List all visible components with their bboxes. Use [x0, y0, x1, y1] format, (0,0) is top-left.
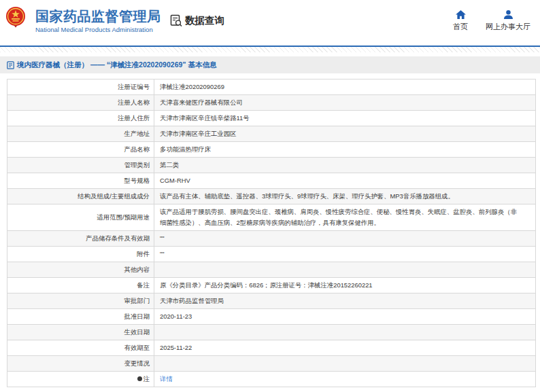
row-label: 管理类别 [7, 158, 154, 173]
row-value: 天津喜来健医疗器械有限公司 [154, 95, 536, 111]
row-label: 批准日期 [7, 309, 154, 325]
row-label: 审批部门 [7, 293, 154, 309]
row-value [154, 262, 536, 278]
row-label: 产品名称 [7, 142, 154, 158]
row-value [154, 325, 536, 340]
row-label: 备注 [7, 278, 154, 293]
info-table-wrap: 注册证编号 津械注准20202090269 注册人名称 天津喜来健医疗器械有限公… [0, 73, 540, 387]
table-row: 有效期至 2025-11-22 [7, 340, 536, 356]
table-row: 批准日期 2020-11-23 [7, 309, 536, 325]
row-value: 该产品有主体、辅助底垫、遥控器、3球理疗头、9球理疗头、床架、理疗头护套、MP3… [154, 189, 536, 204]
table-row: 变更情况 [7, 356, 536, 372]
info-table: 注册证编号 津械注准20202090269 注册人名称 天津喜来健医疗器械有限公… [7, 79, 536, 387]
detail-link[interactable]: 详情 [160, 375, 173, 382]
row-value [154, 356, 536, 372]
person-icon [503, 10, 513, 19]
row-value: 2020-11-23 [154, 309, 536, 325]
row-label: 有效期至 [7, 340, 154, 356]
row-value: 天津市津南区辛庄工业园区 [154, 126, 536, 142]
data-query-label: 数据查询 [185, 14, 224, 27]
table-row: 审批部门 天津市药品监督管理局 [7, 293, 536, 309]
row-label: 型号规格 [7, 173, 154, 189]
row-label: 产品储存条件及有效期 [7, 231, 154, 247]
row-label: 适用范围/预期用途 [7, 204, 154, 231]
row-label: 注 [7, 372, 154, 387]
bulb-icon [137, 376, 142, 381]
row-value: 多功能温热理疗床 [154, 142, 536, 158]
table-row: 附件 "" [7, 247, 536, 262]
row-label: 其他内容 [7, 262, 154, 278]
table-row: 生效日期 [7, 325, 536, 340]
table-row: 产品储存条件及有效期 "" [7, 231, 536, 247]
nav-home-label: 首页 [453, 22, 468, 32]
breadcrumb-text: 境内医疗器械（注册） —— “津械注准20202090269” 基本信息 [17, 60, 217, 70]
national-emblem-icon [5, 5, 26, 29]
table-row: 注册人住所 天津市津南区辛庄镇辛柴路11号 [7, 111, 536, 126]
row-value: 详情 [154, 372, 536, 387]
top-nav: 首页 网上办事大厅 [453, 10, 530, 32]
row-label: 变更情况 [7, 356, 154, 372]
row-value: 该产品适用于腰肌劳损、腰间盘突出症、颈椎病、肩周炎、慢性疲劳综合症、便秘、慢性胃… [154, 204, 536, 231]
row-label: 生产地址 [7, 126, 154, 142]
document-icon [7, 61, 14, 69]
hatch-band [0, 47, 540, 52]
site-title-cn: 国家药品监督管理局 [35, 9, 161, 24]
row-value: 津械注准20202090269 [154, 79, 536, 95]
page-header: 国家药品监督管理局 National Medical Products Admi… [0, 0, 540, 46]
row-label: 注册人住所 [7, 111, 154, 126]
row-value: "" [154, 231, 536, 247]
nav-online-hall[interactable]: 网上办事大厅 [486, 10, 530, 32]
table-row: 注册人名称 天津喜来健医疗器械有限公司 [7, 95, 536, 111]
table-row: 注 详情 [7, 372, 536, 387]
row-value: 天津市药品监督管理局 [154, 293, 536, 309]
table-row: 管理类别 第二类 [7, 158, 536, 173]
table-row: 结构及组成/主要组成成分 该产品有主体、辅助底垫、遥控器、3球理疗头、9球理疗头… [7, 189, 536, 204]
row-label: 注册人名称 [7, 95, 154, 111]
site-title-en: National Medical Products Administration [35, 26, 161, 33]
table-row: 其他内容 [7, 262, 536, 278]
row-label: 生效日期 [7, 325, 154, 340]
row-label: 附件 [7, 247, 154, 262]
data-query-section[interactable]: 数据查询 [170, 14, 224, 27]
breadcrumb: 境内医疗器械（注册） —— “津械注准20202090269” 基本信息 [0, 56, 540, 73]
table-row: 生产地址 天津市津南区辛庄工业园区 [7, 126, 536, 142]
row-value: 2025-11-22 [154, 340, 536, 356]
row-value: 原《分类目录》产品分类编码：6826；原注册证号：津械注准20152260221 [154, 278, 536, 293]
site-title-block: 国家药品监督管理局 National Medical Products Admi… [35, 9, 161, 33]
table-row: 注册证编号 津械注准20202090269 [7, 79, 536, 95]
row-value: 天津市津南区辛庄镇辛柴路11号 [154, 111, 536, 126]
row-label: 结构及组成/主要组成成分 [7, 189, 154, 204]
home-icon [456, 10, 466, 19]
table-row: 适用范围/预期用途 该产品适用于腰肌劳损、腰间盘突出症、颈椎病、肩周炎、慢性疲劳… [7, 204, 536, 231]
row-label: 注册证编号 [7, 79, 154, 95]
row-value: 第二类 [154, 158, 536, 173]
nav-home[interactable]: 首页 [453, 10, 468, 32]
table-row: 备注 原《分类目录》产品分类编码：6826；原注册证号：津械注准20152260… [7, 278, 536, 293]
table-row: 型号规格 CGM-RHV [7, 173, 536, 189]
data-query-icon [170, 14, 182, 27]
row-value: CGM-RHV [154, 173, 536, 189]
nav-online-hall-label: 网上办事大厅 [486, 22, 530, 32]
table-row: 产品名称 多功能温热理疗床 [7, 142, 536, 158]
row-value: "" [154, 247, 536, 262]
